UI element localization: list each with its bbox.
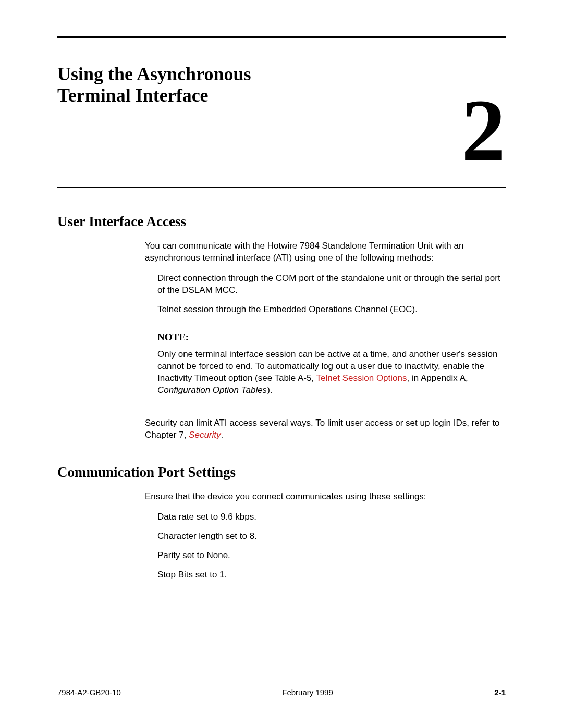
top-rule <box>57 36 506 38</box>
list-item: Direct connection through the COM port o… <box>157 273 506 297</box>
page: Using the Asynchronous Terminal Interfac… <box>0 0 563 728</box>
security-text-post: . <box>221 430 224 440</box>
section2-list: Data rate set to 9.6 kbps. Character len… <box>145 511 506 581</box>
note-body: Only one terminal interface session can … <box>145 349 506 397</box>
list-item: Parity set to None. <box>157 550 506 562</box>
list-item: Character length set to 8. <box>157 530 506 542</box>
footer-date: February 1999 <box>121 688 495 697</box>
note-text-post: ). <box>267 385 272 395</box>
page-footer: 7984-A2-GB20-10 February 1999 2-1 <box>57 688 506 697</box>
section-heading-user-interface-access: User Interface Access <box>57 214 506 230</box>
footer-page-number: 2-1 <box>494 688 506 697</box>
footer-doc-id: 7984-A2-GB20-10 <box>57 688 121 697</box>
mid-rule <box>57 187 506 188</box>
section1-intro: You can communicate with the Hotwire 798… <box>145 240 506 264</box>
chapter-title: Using the Asynchronous Terminal Interfac… <box>57 64 318 107</box>
list-item: Data rate set to 9.6 kbps. <box>157 511 506 523</box>
note-text-mid: , in Appendix A, <box>407 373 468 383</box>
security-paragraph: Security can limit ATI access several wa… <box>145 417 506 441</box>
section2-intro: Ensure that the device you connect commu… <box>145 491 506 503</box>
list-item: Telnet session through the Embedded Oper… <box>157 304 506 316</box>
section-heading-communication-port-settings: Communication Port Settings <box>57 464 506 480</box>
section1-body: You can communicate with the Hotwire 798… <box>145 240 506 441</box>
link-security[interactable]: Security <box>189 430 221 440</box>
note-italic: Configuration Option Tables <box>157 385 267 395</box>
chapter-number: 2 <box>461 95 506 166</box>
chapter-header: Using the Asynchronous Terminal Interfac… <box>57 64 506 166</box>
section1-list: Direct connection through the COM port o… <box>145 273 506 316</box>
list-item: Stop Bits set to 1. <box>157 569 506 581</box>
link-telnet-session-options[interactable]: Telnet Session Options <box>316 373 407 383</box>
section2-body: Ensure that the device you connect commu… <box>145 491 506 581</box>
note-heading: NOTE: <box>157 330 506 344</box>
